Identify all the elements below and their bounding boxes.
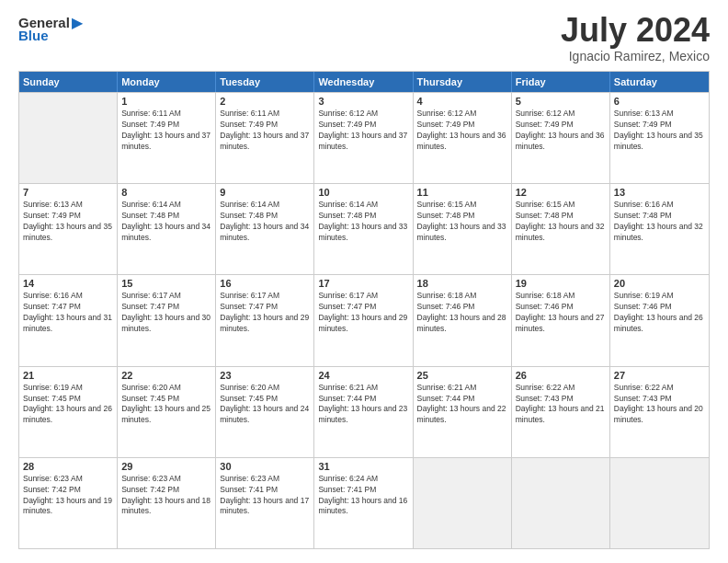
calendar-week: 28Sunrise: 6:23 AMSunset: 7:42 PMDayligh… — [19, 457, 709, 548]
location: Ignacio Ramirez, Mexico — [561, 49, 710, 63]
day-number: 15 — [121, 278, 211, 289]
day-info: Sunrise: 6:23 AMSunset: 7:41 PMDaylight:… — [220, 474, 310, 518]
day-info: Sunrise: 6:20 AMSunset: 7:45 PMDaylight:… — [121, 383, 211, 427]
day-cell: 30Sunrise: 6:23 AMSunset: 7:41 PMDayligh… — [216, 458, 314, 548]
day-number: 16 — [220, 278, 310, 289]
day-number: 25 — [417, 370, 507, 381]
calendar-week: 1Sunrise: 6:11 AMSunset: 7:49 PMDaylight… — [19, 92, 709, 183]
day-info: Sunrise: 6:22 AMSunset: 7:43 PMDaylight:… — [516, 383, 606, 427]
calendar-week: 14Sunrise: 6:16 AMSunset: 7:47 PMDayligh… — [19, 274, 709, 365]
day-number: 3 — [318, 96, 408, 107]
day-cell: 6Sunrise: 6:13 AMSunset: 7:49 PMDaylight… — [610, 93, 709, 183]
logo: General ▶ Blue — [18, 14, 83, 43]
day-cell: 12Sunrise: 6:15 AMSunset: 7:48 PMDayligh… — [512, 184, 610, 274]
day-cell: 26Sunrise: 6:22 AMSunset: 7:43 PMDayligh… — [512, 367, 610, 457]
day-number: 19 — [516, 278, 606, 289]
day-info: Sunrise: 6:14 AMSunset: 7:48 PMDaylight:… — [318, 200, 408, 244]
day-number: 18 — [417, 278, 507, 289]
day-cell: 4Sunrise: 6:12 AMSunset: 7:49 PMDaylight… — [414, 93, 512, 183]
day-info: Sunrise: 6:24 AMSunset: 7:41 PMDaylight:… — [318, 474, 408, 518]
day-number: 31 — [318, 461, 408, 472]
day-number: 22 — [121, 370, 211, 381]
header-right: July 2024 Ignacio Ramirez, Mexico — [561, 14, 710, 63]
day-cell: 15Sunrise: 6:17 AMSunset: 7:47 PMDayligh… — [118, 275, 216, 365]
day-cell: 14Sunrise: 6:16 AMSunset: 7:47 PMDayligh… — [19, 275, 118, 365]
weekday-header: Wednesday — [314, 72, 413, 92]
day-number: 17 — [318, 278, 408, 289]
day-info: Sunrise: 6:21 AMSunset: 7:44 PMDaylight:… — [318, 383, 408, 427]
day-number: 30 — [220, 461, 310, 472]
day-info: Sunrise: 6:18 AMSunset: 7:46 PMDaylight:… — [516, 291, 606, 335]
day-info: Sunrise: 6:22 AMSunset: 7:43 PMDaylight:… — [614, 383, 705, 427]
day-cell: 10Sunrise: 6:14 AMSunset: 7:48 PMDayligh… — [314, 184, 413, 274]
day-cell: 21Sunrise: 6:19 AMSunset: 7:45 PMDayligh… — [19, 367, 118, 457]
day-number: 11 — [417, 187, 507, 198]
calendar-week: 21Sunrise: 6:19 AMSunset: 7:45 PMDayligh… — [19, 366, 709, 457]
day-number: 27 — [614, 370, 705, 381]
day-info: Sunrise: 6:18 AMSunset: 7:46 PMDaylight:… — [417, 291, 507, 335]
day-info: Sunrise: 6:12 AMSunset: 7:49 PMDaylight:… — [318, 109, 408, 153]
day-info: Sunrise: 6:14 AMSunset: 7:48 PMDaylight:… — [121, 200, 211, 244]
day-info: Sunrise: 6:17 AMSunset: 7:47 PMDaylight:… — [121, 291, 211, 335]
day-number: 21 — [23, 370, 113, 381]
day-info: Sunrise: 6:15 AMSunset: 7:48 PMDaylight:… — [417, 200, 507, 244]
day-cell: 27Sunrise: 6:22 AMSunset: 7:43 PMDayligh… — [610, 367, 709, 457]
page: General ▶ Blue July 2024 Ignacio Ramirez… — [0, 0, 728, 563]
calendar-header: SundayMondayTuesdayWednesdayThursdayFrid… — [19, 72, 709, 92]
day-number: 9 — [220, 187, 310, 198]
weekday-header: Sunday — [19, 72, 118, 92]
day-cell: 11Sunrise: 6:15 AMSunset: 7:48 PMDayligh… — [414, 184, 512, 274]
day-cell: 24Sunrise: 6:21 AMSunset: 7:44 PMDayligh… — [314, 367, 413, 457]
day-info: Sunrise: 6:17 AMSunset: 7:47 PMDaylight:… — [318, 291, 408, 335]
calendar: SundayMondayTuesdayWednesdayThursdayFrid… — [18, 71, 710, 549]
day-info: Sunrise: 6:11 AMSunset: 7:49 PMDaylight:… — [220, 109, 310, 153]
weekday-header: Tuesday — [216, 72, 314, 92]
day-number: 2 — [220, 96, 310, 107]
day-number: 7 — [23, 187, 113, 198]
day-cell: 25Sunrise: 6:21 AMSunset: 7:44 PMDayligh… — [414, 367, 512, 457]
day-number: 1 — [121, 96, 211, 107]
day-cell: 9Sunrise: 6:14 AMSunset: 7:48 PMDaylight… — [216, 184, 314, 274]
day-info: Sunrise: 6:13 AMSunset: 7:49 PMDaylight:… — [614, 109, 705, 153]
day-info: Sunrise: 6:19 AMSunset: 7:46 PMDaylight:… — [614, 291, 705, 335]
weekday-header: Thursday — [414, 72, 512, 92]
day-number: 29 — [121, 461, 211, 472]
weekday-header: Monday — [118, 72, 216, 92]
day-info: Sunrise: 6:19 AMSunset: 7:45 PMDaylight:… — [23, 383, 113, 427]
day-cell: 23Sunrise: 6:20 AMSunset: 7:45 PMDayligh… — [216, 367, 314, 457]
day-info: Sunrise: 6:11 AMSunset: 7:49 PMDaylight:… — [121, 109, 211, 153]
day-cell: 2Sunrise: 6:11 AMSunset: 7:49 PMDaylight… — [216, 93, 314, 183]
day-info: Sunrise: 6:13 AMSunset: 7:49 PMDaylight:… — [23, 200, 113, 244]
day-number: 26 — [516, 370, 606, 381]
day-number: 14 — [23, 278, 113, 289]
day-info: Sunrise: 6:12 AMSunset: 7:49 PMDaylight:… — [417, 109, 507, 153]
day-info: Sunrise: 6:15 AMSunset: 7:48 PMDaylight:… — [516, 200, 606, 244]
day-info: Sunrise: 6:21 AMSunset: 7:44 PMDaylight:… — [417, 383, 507, 427]
day-info: Sunrise: 6:12 AMSunset: 7:49 PMDaylight:… — [516, 109, 606, 153]
empty-cell — [512, 458, 610, 548]
day-number: 8 — [121, 187, 211, 198]
day-cell: 5Sunrise: 6:12 AMSunset: 7:49 PMDaylight… — [512, 93, 610, 183]
day-cell: 22Sunrise: 6:20 AMSunset: 7:45 PMDayligh… — [118, 367, 216, 457]
day-info: Sunrise: 6:16 AMSunset: 7:48 PMDaylight:… — [614, 200, 705, 244]
day-cell: 16Sunrise: 6:17 AMSunset: 7:47 PMDayligh… — [216, 275, 314, 365]
day-info: Sunrise: 6:17 AMSunset: 7:47 PMDaylight:… — [220, 291, 310, 335]
weekday-header: Friday — [512, 72, 610, 92]
day-number: 6 — [614, 96, 705, 107]
day-cell: 7Sunrise: 6:13 AMSunset: 7:49 PMDaylight… — [19, 184, 118, 274]
day-cell: 3Sunrise: 6:12 AMSunset: 7:49 PMDaylight… — [314, 93, 413, 183]
weekday-header: Saturday — [610, 72, 709, 92]
day-number: 24 — [318, 370, 408, 381]
day-number: 12 — [516, 187, 606, 198]
day-number: 13 — [614, 187, 705, 198]
day-info: Sunrise: 6:16 AMSunset: 7:47 PMDaylight:… — [23, 291, 113, 335]
day-number: 4 — [417, 96, 507, 107]
day-info: Sunrise: 6:20 AMSunset: 7:45 PMDaylight:… — [220, 383, 310, 427]
day-info: Sunrise: 6:23 AMSunset: 7:42 PMDaylight:… — [121, 474, 211, 518]
day-number: 28 — [23, 461, 113, 472]
logo-blue: Blue — [18, 28, 49, 43]
day-cell: 13Sunrise: 6:16 AMSunset: 7:48 PMDayligh… — [610, 184, 709, 274]
day-cell: 1Sunrise: 6:11 AMSunset: 7:49 PMDaylight… — [118, 93, 216, 183]
day-info: Sunrise: 6:14 AMSunset: 7:48 PMDaylight:… — [220, 200, 310, 244]
day-cell: 31Sunrise: 6:24 AMSunset: 7:41 PMDayligh… — [314, 458, 413, 548]
